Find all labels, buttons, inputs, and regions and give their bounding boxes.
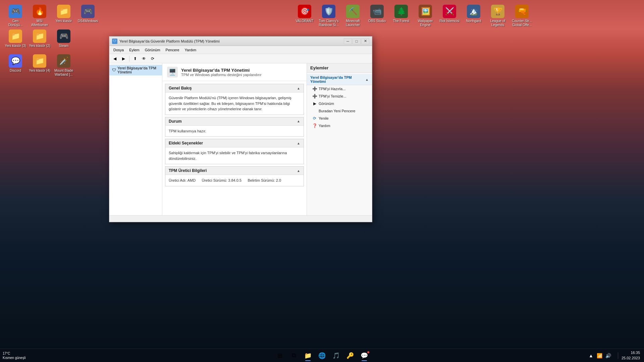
action-label-yenile: Yenile	[319, 116, 329, 120]
toolbar-refresh[interactable]: ⟳	[149, 55, 157, 62]
clock-date: 25.02.2023	[622, 356, 640, 361]
section-header-genel-bakis[interactable]: Genel Bakış ▲	[165, 84, 304, 93]
action-icon-yardim: ❓	[312, 123, 317, 128]
desktop-icon-counter-strike[interactable]: 🔫Counter-Str... Global Offe...	[510, 3, 534, 28]
discord-notification-badge	[367, 351, 370, 354]
icon-image-yeni-klasor-2: 📁	[9, 29, 22, 43]
taskbar-right: ▲ 📶 🔊 16:35 25.02.2023	[585, 350, 644, 361]
window-title: Yerel Bilgisayar'da Güvenilir Platform M…	[119, 39, 344, 43]
action-tpm-hazirla[interactable]: ➕ TPM'yi Hazırla...	[307, 85, 372, 93]
toolbar-show-hide[interactable]: 👁	[140, 55, 148, 62]
tray-show-hidden[interactable]: ▲	[588, 352, 594, 359]
weather-temp: 17°C	[3, 351, 25, 356]
spotify-button[interactable]: 🎵	[329, 350, 343, 362]
toolbar-up[interactable]: ⬆	[131, 55, 139, 62]
action-yeni-pencere[interactable]: Buradan Yeni Pencere	[307, 107, 372, 115]
icon-image-yeni-klasor-1: 📁	[57, 5, 70, 18]
left-nav-panel: 🛡 Yerel Bilgisayar'da TPM Yönetimi	[109, 63, 162, 215]
tray-volume[interactable]: 🔊	[605, 352, 612, 359]
desktop-icon-wallpaper-engine[interactable]: 🖼️Wallpaper Engine	[413, 3, 437, 28]
action-gorunum[interactable]: ▶ Görünüm	[307, 100, 372, 107]
action-tpm-temizle[interactable]: ➕ TPM'yi Temizle...	[307, 93, 372, 100]
desktop-icon-league-of-legends[interactable]: 🏆League of Legends	[486, 3, 510, 28]
desktop-icon-yeni-klasor-2[interactable]: 📁Yeni klasör (3)	[3, 28, 28, 49]
icon-label-minecraft: Minecraft Launcher	[342, 19, 364, 27]
version-label: Üretici Sürümü:	[202, 178, 227, 182]
icon-image-discord: 💬	[9, 54, 22, 68]
section-durum: Durum ▲ TPM kullanımıya hazır.	[165, 117, 304, 137]
icon-label-league-of-legends: League of Legends	[487, 19, 508, 27]
action-yenile[interactable]: ⟳ Yenile	[307, 115, 372, 122]
windows-start-button[interactable]: ⊞	[273, 350, 286, 362]
icon-label-yeni-klasor-1: Yeni klasör	[56, 19, 72, 23]
desktop-icon-tom-clancys[interactable]: 🛡️Tom Clancy's Rainbow Si...	[317, 3, 341, 28]
desktop-icon-minecraft[interactable]: ⛏️Minecraft Launcher	[341, 3, 365, 28]
manufacturer-value: AMD	[187, 178, 196, 182]
window-toolbar: ◀ ▶ ⬆ 👁 ⟳	[109, 54, 372, 63]
tray-network[interactable]: 📶	[596, 352, 603, 359]
taskbar-center: ⊞⧉📁🌐🎵🔑💬	[273, 350, 371, 362]
desktop-icon-northgard[interactable]: 🏔️Northgard	[462, 3, 486, 24]
action-label-hazirla: TPM'yi Hazırla...	[319, 87, 345, 91]
content-sections: Genel Bakış ▲ Güvenilir Platform Modülü'…	[162, 81, 307, 189]
content-header: 🖥️ Yerel Bilgisayar'da TPM Yönetimi TPM …	[162, 63, 307, 81]
discord-taskbar-button[interactable]: 💬	[358, 350, 371, 362]
taskbar-clock[interactable]: 16:35 25.02.2023	[622, 350, 640, 361]
close-button[interactable]: ✕	[361, 38, 369, 44]
desktop-icon-yeni-klasor-3[interactable]: 📁Yeni klasör (2)	[28, 28, 52, 49]
file-explorer-button[interactable]: 📁	[301, 350, 315, 362]
desktop-icon-mount-blade[interactable]: 🗡️Mount Blade Warband [...	[52, 53, 76, 78]
desktop-icon-obs-studio[interactable]: 📹OBS Studio	[365, 3, 389, 24]
icon-label-obs-studio: OBS Studio	[368, 19, 386, 23]
nav-item-tpm[interactable]: 🛡 Yerel Bilgisayar'da TPM Yönetimi	[109, 65, 162, 75]
desktop-icon-discord[interactable]: 💬Discord	[3, 53, 28, 74]
action-icon-yeni-pencere	[312, 109, 317, 113]
icon-image-obs-studio: 📹	[370, 5, 384, 18]
section-header-durum[interactable]: Durum ▲	[165, 117, 304, 126]
weather-condition: Kısmen güneşli	[3, 356, 25, 360]
action-icon-hazirla: ➕	[312, 86, 317, 91]
menu-yardim[interactable]: Yardım	[182, 47, 199, 53]
action-icon-yenile: ⟳	[312, 116, 317, 121]
section-title-uretici: TPM Üretici Bilgileri	[169, 168, 207, 173]
desktop-icon-riot-istemcisi[interactable]: ⚔️Riot İstemcisi	[437, 3, 462, 24]
menu-dosya[interactable]: Dosya	[111, 47, 126, 53]
desktop-icon-valorant[interactable]: 🎯VALORANT	[292, 3, 317, 24]
icon-image-tom-clancys: 🛡️	[322, 5, 335, 18]
menu-gorunum[interactable]: Görünüm	[142, 47, 163, 53]
icon-image-minecraft: ⛏️	[346, 5, 360, 18]
window-menubar: Dosya Eylem Görünüm Pencere Yardım	[109, 46, 372, 54]
desktop-icon-yeni-klasor-4[interactable]: 📁Yeni klasör (4)	[28, 53, 52, 74]
menu-eylem[interactable]: Eylem	[126, 47, 142, 53]
icon-label-counter-strike: Counter-Str... Global Offe...	[511, 19, 533, 27]
taskbar-weather[interactable]: 17°C Kısmen güneşli	[3, 351, 25, 360]
maximize-button[interactable]: □	[353, 38, 361, 44]
icon-label-wallpaper-engine: Wallpaper Engine	[415, 19, 436, 27]
icon-image-riot-istemcisi: ⚔️	[443, 5, 456, 18]
section-genel-bakis: Genel Bakış ▲ Güvenilir Platform Modülü'…	[165, 84, 304, 115]
section-header-eldeki[interactable]: Eldeki Seçenekler ▲	[165, 139, 304, 147]
icon-label-discord: Discord	[10, 69, 21, 73]
section-toggle-eldeki: ▲	[297, 141, 300, 145]
actions-panel-title: Eylemler	[307, 63, 372, 73]
minimize-button[interactable]: ─	[344, 38, 352, 44]
menu-pencere[interactable]: Pencere	[163, 47, 182, 53]
toolbar-back[interactable]: ◀	[111, 55, 119, 62]
nav-item-label: Yerel Bilgisayar'da TPM Yönetimi	[117, 66, 159, 74]
toolbar-forward[interactable]: ▶	[119, 55, 127, 62]
desktop-icon-gen-donusu[interactable]: 🎮Gen Dönüşü...	[3, 3, 28, 28]
section-toggle-durum: ▲	[297, 119, 300, 123]
key-tool-button[interactable]: 🔑	[343, 350, 357, 362]
section-header-uretici[interactable]: TPM Üretici Bilgileri ▲	[165, 167, 304, 175]
section-title-eldeki: Eldeki Seçenekler	[169, 141, 203, 145]
task-view-button[interactable]: ⧉	[287, 350, 301, 362]
section-body-uretici: Üretici Adı: AMD Üretici Sürümü: 3.84.0.…	[165, 175, 304, 186]
desktop-icon-steam[interactable]: 🎮Steam	[52, 28, 76, 49]
chrome-button[interactable]: 🌐	[315, 350, 329, 362]
desktop-icon-msi-afterburner[interactable]: 🔥MSI Afterburner	[28, 3, 52, 28]
desktop-icon-yeni-klasor-1[interactable]: 📁Yeni klasör	[52, 3, 76, 24]
action-yardim[interactable]: ❓ Yardım	[307, 122, 372, 129]
desktop-icon-the-forest[interactable]: 🌲The Forest	[389, 3, 413, 24]
spec-label: Belirtim Sürümü:	[248, 178, 275, 182]
desktop-icon-ds4windows[interactable]: 🎮DS4Windows	[76, 3, 100, 24]
